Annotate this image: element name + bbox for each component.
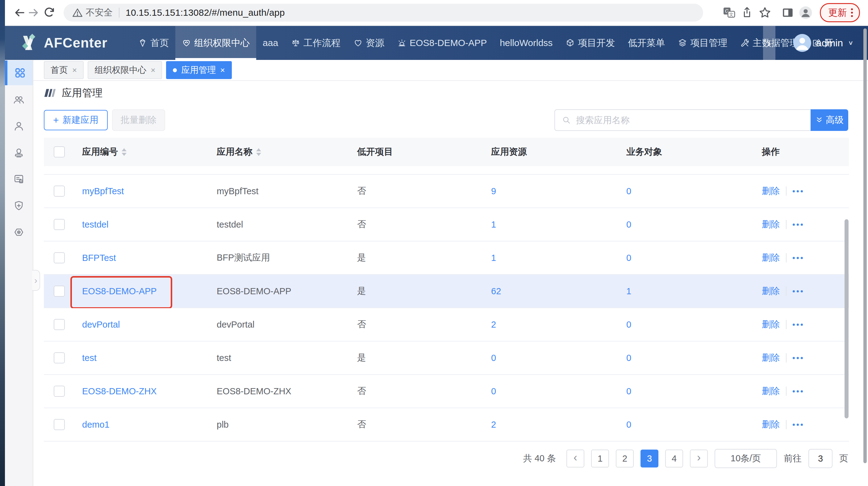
- nav-item-org-auth-center[interactable]: 组织权限中心: [175, 26, 256, 60]
- app-id-link[interactable]: BFPTest: [82, 253, 116, 263]
- objects-count-link[interactable]: 1: [626, 286, 631, 296]
- address-bar[interactable]: 不安全 10.15.15.151:13082/#/menu_auth/app: [64, 4, 703, 22]
- more-actions-icon[interactable]: [793, 190, 803, 192]
- sort-icon[interactable]: [122, 148, 127, 156]
- row-checkbox[interactable]: [54, 219, 65, 230]
- nav-item-home[interactable]: 首页: [131, 26, 175, 60]
- resources-count-link[interactable]: 0: [491, 386, 496, 396]
- url-text[interactable]: 10.15.15.151:13082/#/menu_auth/app: [126, 7, 285, 18]
- back-icon[interactable]: [13, 6, 27, 20]
- more-actions-icon[interactable]: [793, 223, 803, 226]
- goto-page-input[interactable]: [808, 449, 833, 468]
- objects-count-link[interactable]: 0: [626, 253, 631, 263]
- sort-icon[interactable]: [256, 148, 261, 156]
- app-id-link[interactable]: EOS8-DEMO-ZHX: [82, 386, 157, 396]
- objects-count-link[interactable]: 0: [626, 420, 631, 430]
- nav-item-eos8-demo-app[interactable]: EOS8-DEMO-APP: [391, 26, 493, 60]
- search-box[interactable]: [554, 109, 811, 131]
- close-icon[interactable]: ×: [151, 65, 155, 75]
- page-button-1[interactable]: 1: [591, 450, 609, 467]
- sidebar-expand-handle[interactable]: ›: [32, 270, 40, 291]
- sidebar-item-apps[interactable]: [5, 61, 33, 85]
- row-checkbox[interactable]: [54, 319, 65, 330]
- row-checkbox[interactable]: [54, 419, 65, 430]
- brand[interactable]: AFCenter: [5, 33, 107, 53]
- objects-count-link[interactable]: 0: [626, 386, 631, 396]
- window-scrollbar[interactable]: [863, 28, 867, 463]
- row-checkbox[interactable]: [54, 252, 65, 263]
- app-id-link[interactable]: devPortal: [82, 320, 120, 330]
- objects-count-link[interactable]: 0: [626, 219, 631, 230]
- app-id-link[interactable]: test: [82, 353, 97, 363]
- page-button-2[interactable]: 2: [616, 450, 634, 467]
- close-icon[interactable]: ×: [220, 65, 225, 75]
- reload-icon[interactable]: [42, 6, 56, 20]
- delete-link[interactable]: 删除: [762, 185, 780, 197]
- more-actions-icon[interactable]: [793, 424, 803, 426]
- security-warning[interactable]: 不安全: [72, 6, 113, 19]
- tab-org-auth-center[interactable]: 组织权限中心 ×: [88, 61, 162, 79]
- advanced-search-button[interactable]: 高级: [811, 109, 848, 131]
- delete-link[interactable]: 删除: [762, 385, 780, 397]
- profile-icon[interactable]: [799, 6, 812, 20]
- more-actions-icon[interactable]: [793, 290, 803, 293]
- sidebar-item-users[interactable]: [5, 114, 33, 138]
- sidebar-item-org-group[interactable]: [5, 87, 33, 112]
- page-button-3-active[interactable]: 3: [641, 450, 658, 467]
- delete-link[interactable]: 删除: [762, 285, 780, 297]
- bookmark-star-icon[interactable]: [758, 6, 772, 20]
- tab-app-management[interactable]: 应用管理 ×: [166, 61, 231, 79]
- col-header-app-id[interactable]: 应用编号: [75, 146, 209, 158]
- delete-link[interactable]: 删除: [762, 252, 780, 264]
- nav-scroll-chevron[interactable]: ›: [763, 26, 775, 60]
- resources-count-link[interactable]: 62: [491, 286, 501, 296]
- delete-link[interactable]: 删除: [762, 418, 780, 431]
- more-actions-icon[interactable]: [793, 324, 803, 326]
- sidebar-item-contracts[interactable]: [5, 167, 33, 191]
- more-actions-icon[interactable]: [793, 390, 803, 392]
- nav-item-resources[interactable]: 资源: [347, 26, 391, 60]
- resources-count-link[interactable]: 1: [491, 253, 496, 263]
- tab-home[interactable]: 首页 ×: [44, 61, 84, 79]
- resources-count-link[interactable]: 2: [491, 320, 496, 330]
- prev-page-button[interactable]: ‹: [566, 450, 584, 467]
- col-header-app-name[interactable]: 应用名称: [209, 146, 350, 158]
- close-icon[interactable]: ×: [72, 65, 77, 75]
- menu-dots-icon[interactable]: [851, 8, 853, 17]
- user-menu[interactable]: admin ∨: [775, 26, 868, 60]
- nav-item-aaa[interactable]: aaa: [256, 26, 285, 60]
- objects-count-link[interactable]: 0: [626, 320, 631, 330]
- resources-count-link[interactable]: 0: [491, 353, 496, 363]
- select-all-checkbox[interactable]: [54, 146, 65, 157]
- resources-count-link[interactable]: 2: [491, 420, 496, 430]
- app-id-link[interactable]: demo1: [82, 420, 110, 430]
- chrome-update-button[interactable]: 更新: [820, 3, 860, 22]
- table-scrollbar[interactable]: [844, 219, 848, 418]
- row-checkbox[interactable]: [54, 386, 65, 397]
- delete-link[interactable]: 删除: [762, 218, 780, 231]
- next-page-button[interactable]: ›: [690, 450, 708, 467]
- sidebar-item-seal[interactable]: [5, 140, 33, 165]
- app-id-link[interactable]: EOS8-DEMO-APP: [82, 286, 157, 296]
- page-button-4[interactable]: 4: [665, 450, 683, 467]
- more-actions-icon[interactable]: [793, 357, 803, 359]
- new-app-button[interactable]: + 新建应用: [44, 110, 108, 130]
- row-checkbox[interactable]: [54, 186, 65, 197]
- row-checkbox[interactable]: [54, 352, 65, 363]
- more-actions-icon[interactable]: [793, 257, 803, 259]
- objects-count-link[interactable]: 0: [626, 186, 631, 196]
- forward-icon[interactable]: [27, 6, 40, 20]
- delete-link[interactable]: 删除: [762, 318, 780, 331]
- batch-delete-button[interactable]: 批量删除: [112, 109, 165, 131]
- sidebar-item-monitor[interactable]: [5, 220, 33, 245]
- share-icon[interactable]: [740, 6, 754, 20]
- app-id-link[interactable]: testdel: [82, 219, 108, 230]
- sidebar-item-shield-add[interactable]: [5, 193, 33, 218]
- objects-count-link[interactable]: 0: [626, 353, 631, 363]
- delete-link[interactable]: 删除: [762, 352, 780, 364]
- side-panel-icon[interactable]: [781, 6, 795, 20]
- translate-icon[interactable]: G文: [722, 6, 736, 20]
- resources-count-link[interactable]: 1: [491, 219, 496, 230]
- nav-item-workflow[interactable]: 工作流程: [285, 26, 347, 60]
- resources-count-link[interactable]: 9: [491, 186, 496, 196]
